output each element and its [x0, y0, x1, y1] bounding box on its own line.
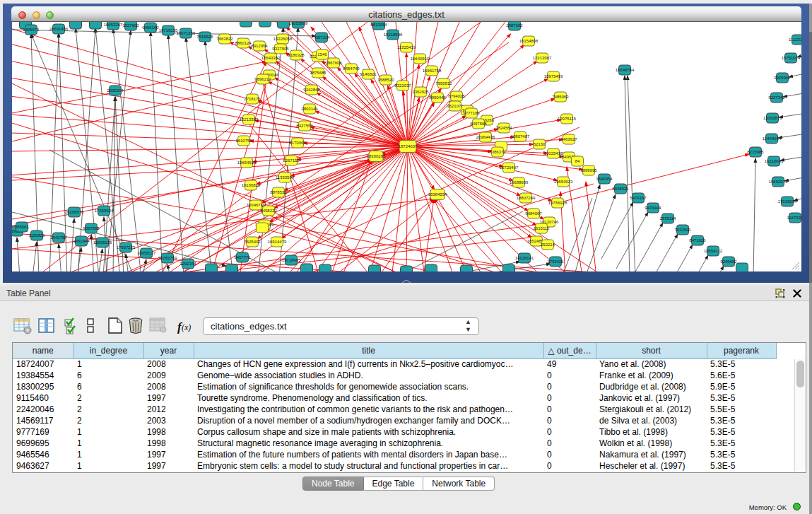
- svg-text:1733426: 1733426: [547, 259, 564, 264]
- svg-text:1610755: 1610755: [235, 139, 252, 143]
- svg-text:1451944: 1451944: [73, 239, 90, 243]
- svg-text:10719155: 10719155: [159, 28, 178, 33]
- svg-text:1292344: 1292344: [180, 262, 196, 266]
- svg-text:9457771: 9457771: [234, 255, 251, 259]
- svg-text:19654923: 19654923: [237, 160, 257, 165]
- svg-text:11123144: 11123144: [789, 37, 801, 42]
- svg-text:8878532: 8878532: [270, 190, 287, 194]
- svg-text:20206576: 20206576: [65, 210, 84, 214]
- svg-text:17957225: 17957225: [117, 245, 136, 250]
- svg-text:4498222: 4498222: [260, 209, 277, 213]
- svg-text:8322037: 8322037: [394, 83, 411, 88]
- svg-text:8186328: 8186328: [288, 53, 305, 57]
- svg-text:7632621: 7632621: [674, 228, 691, 232]
- svg-text:8990448: 8990448: [429, 95, 446, 100]
- svg-text:(x): (x): [182, 322, 191, 332]
- svg-text:12093873: 12093873: [763, 116, 782, 120]
- svg-text:385061: 385061: [15, 225, 30, 229]
- svg-text:8912954: 8912954: [251, 44, 268, 48]
- svg-text:9463627: 9463627: [560, 137, 577, 141]
- svg-text:9896212: 9896212: [254, 77, 271, 81]
- svg-text:9227342: 9227342: [768, 95, 785, 100]
- svg-text:7386372: 7386372: [489, 150, 506, 154]
- svg-text:9097588: 9097588: [83, 226, 100, 230]
- svg-text:16782759: 16782759: [158, 256, 177, 260]
- svg-text:1362625: 1362625: [412, 90, 429, 94]
- svg-text:2005334: 2005334: [107, 88, 124, 93]
- svg-text:13226058: 13226058: [273, 37, 293, 41]
- svg-text:14136141: 14136141: [515, 256, 534, 260]
- svg-text:16648764: 16648764: [616, 68, 635, 72]
- svg-text:2803144: 2803144: [301, 107, 318, 111]
- svg-text:8454749: 8454749: [343, 66, 360, 71]
- svg-text:9170063: 9170063: [289, 141, 306, 145]
- svg-text:8267150: 8267150: [283, 158, 300, 163]
- svg-text:19384554: 19384554: [428, 192, 447, 197]
- svg-text:1167533: 1167533: [787, 216, 801, 220]
- svg-text:18300295: 18300295: [367, 154, 386, 158]
- svg-text:3875685: 3875685: [310, 71, 326, 75]
- svg-text:84: 84: [575, 159, 580, 163]
- svg-text:18724007: 18724007: [399, 144, 418, 148]
- svg-text:62160: 62160: [534, 142, 546, 146]
- svg-text:10807487: 10807487: [511, 134, 530, 139]
- svg-text:6466160: 6466160: [142, 25, 159, 30]
- svg-text:19756928: 19756928: [548, 201, 567, 205]
- svg-text:12213967: 12213967: [533, 56, 552, 60]
- svg-text:10688609: 10688609: [510, 180, 529, 185]
- svg-text:12975115: 12975115: [558, 117, 577, 121]
- svg-text:17016504: 17016504: [778, 199, 797, 204]
- svg-text:8471626: 8471626: [689, 238, 706, 243]
- svg-text:16640910: 16640910: [411, 57, 430, 61]
- svg-text:10653267: 10653267: [104, 23, 123, 27]
- svg-text:9899695: 9899695: [580, 168, 597, 173]
- svg-text:1546: 1546: [317, 52, 327, 57]
- svg-text:16210643: 16210643: [765, 159, 784, 163]
- svg-text:6497568: 6497568: [470, 122, 487, 126]
- svg-text:19654923: 19654923: [554, 180, 573, 184]
- svg-text:2935114: 2935114: [660, 216, 677, 221]
- svg-text:5479197: 5479197: [630, 196, 647, 200]
- svg-text:20691406: 20691406: [49, 27, 69, 31]
- svg-text:19166829: 19166829: [242, 183, 261, 187]
- svg-text:6794028: 6794028: [448, 94, 465, 98]
- svg-text:1156829: 1156829: [29, 233, 46, 238]
- svg-text:15692971: 15692971: [769, 180, 788, 184]
- svg-text:19218596: 19218596: [384, 33, 403, 37]
- svg-text:2867608: 2867608: [325, 61, 342, 65]
- svg-text:10973493: 10973493: [544, 74, 563, 78]
- svg-text:18807249: 18807249: [517, 196, 536, 200]
- svg-text:17359924: 17359924: [95, 209, 114, 213]
- svg-text:8427552: 8427552: [296, 124, 313, 128]
- svg-text:8938921: 8938921: [612, 187, 629, 191]
- svg-text:10654112: 10654112: [704, 249, 723, 253]
- svg-text:9245652: 9245652: [720, 259, 737, 264]
- svg-text:252214: 252214: [541, 243, 555, 247]
- svg-text:9777169: 9777169: [463, 111, 480, 115]
- svg-text:16961758: 16961758: [423, 69, 442, 73]
- svg-text:9327505: 9327505: [272, 47, 289, 51]
- svg-text:7485063: 7485063: [552, 95, 569, 99]
- svg-text:12213383: 12213383: [240, 117, 259, 122]
- svg-text:15751074: 15751074: [782, 56, 801, 60]
- svg-text:1405571: 1405571: [23, 28, 40, 32]
- svg-text:7663822: 7663822: [216, 37, 233, 41]
- svg-text:20364436: 20364436: [476, 135, 495, 139]
- svg-text:7515526: 7515526: [196, 35, 213, 39]
- svg-text:2987682: 2987682: [506, 23, 523, 28]
- svg-text:9684067: 9684067: [525, 211, 542, 216]
- svg-text:16053809: 16053809: [289, 22, 308, 25]
- svg-text:12444154: 12444154: [763, 136, 782, 141]
- svg-text:1588520: 1588520: [377, 78, 394, 82]
- svg-text:3824554: 3824554: [495, 126, 512, 130]
- svg-text:16543382: 16543382: [261, 56, 281, 60]
- svg-text:11353594: 11353594: [276, 175, 295, 180]
- svg-text:1527602: 1527602: [122, 23, 139, 28]
- svg-text:16154808: 16154808: [519, 39, 539, 43]
- svg-text:10958117: 10958117: [137, 251, 156, 255]
- svg-text:9146821: 9146821: [360, 72, 377, 76]
- svg-text:15720407: 15720407: [500, 165, 519, 170]
- svg-text:16914479: 16914479: [268, 240, 287, 244]
- svg-text:8813054: 8813054: [370, 23, 387, 27]
- svg-text:10671355: 10671355: [177, 31, 196, 35]
